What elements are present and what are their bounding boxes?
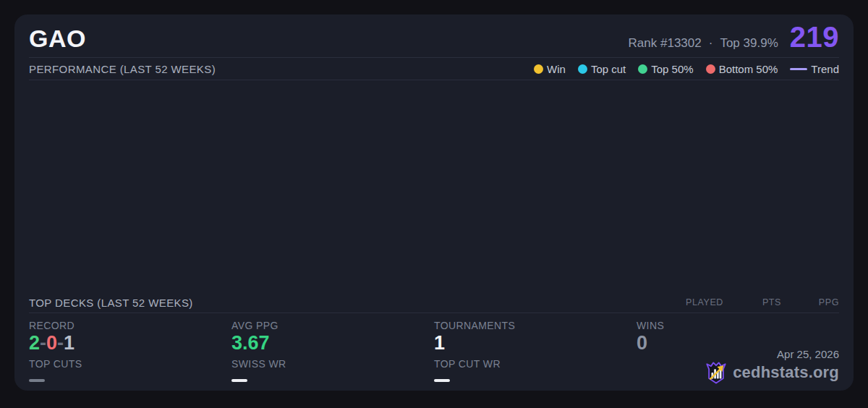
record-separator: - [57,332,64,354]
percentile-text: Top 39.9% [720,36,778,51]
stat-column-avg-ppg: AVG PPG 3.67 SWISS WR [231,320,434,382]
player-score: 219 [790,25,839,49]
stat-column-tournaments: TOURNAMENTS 1 TOP CUT WR [434,320,637,382]
brand-row: cedhstats.org [705,361,839,384]
performance-header-row: PERFORMANCE (LAST 52 WEEKS) Win Top cut … [29,58,839,80]
legend-label: Win [547,63,566,75]
rank-separator: · [709,36,713,51]
column-header-ppg: PPG [781,297,839,307]
legend-item-top-50: Top 50% [638,63,693,75]
branding: Apr 25, 2026 cedhstats.org [705,348,839,384]
swiss-wr-label: SWISS WR [231,358,434,370]
legend-label: Top cut [591,63,626,75]
record-value: 2-0-1 [29,332,231,354]
trend-line-icon [790,68,807,70]
avg-ppg-label: AVG PPG [231,320,434,331]
legend-label: Trend [811,63,839,75]
rank-text: Rank #13302 [629,36,702,51]
top-cuts-label: TOP CUTS [29,358,231,370]
legend-item-win: Win [534,63,566,75]
cedhstats-logo-icon [705,361,727,384]
performance-chart-plot [14,80,854,292]
rank-line: Rank #13302 · Top 39.9% [629,36,778,51]
performance-title: PERFORMANCE (LAST 52 WEEKS) [29,63,216,75]
legend-label: Top 50% [651,63,693,75]
stat-swiss-wr: SWISS WR [231,358,434,382]
record-wins: 2 [29,332,40,354]
stat-column-record: RECORD 2-0-1 TOP CUTS [29,320,231,382]
record-losses: 0 [46,332,57,354]
top-cut-wr-label: TOP CUT WR [434,358,637,370]
column-header-played: PLAYED [665,297,723,307]
brand-name: cedhstats.org [733,363,839,382]
tournaments-label: TOURNAMENTS [434,320,637,331]
legend-item-trend: Trend [790,63,839,75]
wins-label: WINS [637,320,839,331]
legend-item-top-cut: Top cut [578,63,626,75]
column-header-pts: PTS [723,297,781,307]
record-separator: - [40,332,46,354]
top-decks-columns: PLAYED PTS PPG [665,297,839,307]
tournaments-value: 1 [434,332,637,354]
top-cuts-empty-dash [29,379,45,382]
top-cut-dot-icon [578,64,587,74]
top-50-dot-icon [638,64,647,74]
card-header: GAO Rank #13302 · Top 39.9% 219 [29,14,839,58]
player-stats-card: GAO Rank #13302 · Top 39.9% 219 PERFORMA… [14,14,854,391]
top-decks-title: TOP DECKS (LAST 52 WEEKS) [29,297,193,309]
avg-ppg-value: 3.67 [231,332,434,354]
card-date: Apr 25, 2026 [705,348,839,360]
bottom-50-dot-icon [706,64,715,74]
player-name: GAO [29,26,86,51]
rank-summary: Rank #13302 · Top 39.9% 219 [629,25,839,51]
stat-top-cut-wr: TOP CUT WR [434,358,637,382]
record-draws: 1 [64,332,75,354]
top-decks-header-row: TOP DECKS (LAST 52 WEEKS) PLAYED PTS PPG [29,292,839,313]
win-dot-icon [534,64,543,74]
top-cut-wr-empty-dash [434,379,450,382]
legend-label: Bottom 50% [719,63,778,75]
legend-item-bottom-50: Bottom 50% [706,63,778,75]
record-label: RECORD [29,320,231,331]
swiss-wr-empty-dash [231,379,247,382]
stats-section: RECORD 2-0-1 TOP CUTS AVG PPG 3.67 SWISS… [14,313,854,391]
stat-top-cuts: TOP CUTS [29,358,231,382]
chart-legend: Win Top cut Top 50% Bottom 50% Trend [534,63,839,75]
